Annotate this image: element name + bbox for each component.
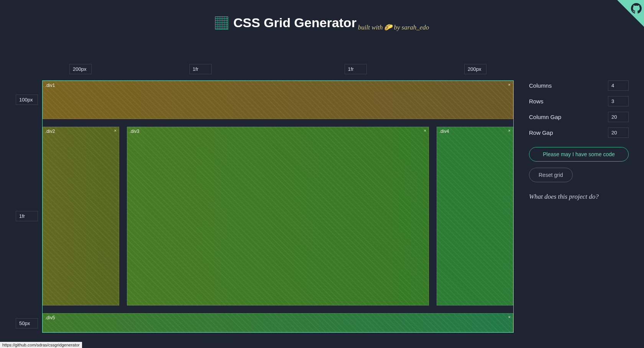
row-size-input-2[interactable] (16, 211, 38, 221)
title-text: CSS Grid Generator (233, 15, 356, 30)
byline: built with 🌮 by sarah_edo (358, 23, 429, 31)
placed-div3[interactable]: .div3 × (127, 127, 429, 306)
author-link[interactable]: sarah_edo (402, 24, 429, 31)
page-title: CSS Grid Generator (215, 15, 356, 30)
grid-surface[interactable]: .div1 × .div2 × .div3 × .div4 × .div5 × (42, 80, 514, 333)
grid-logo-icon (215, 16, 228, 29)
grid-zone: .div1 × .div2 × .div3 × .div4 × .div5 × (15, 61, 514, 333)
rows-input[interactable] (608, 96, 629, 106)
taco-icon: 🌮 (384, 23, 392, 31)
columns-input[interactable] (608, 80, 629, 91)
close-icon[interactable]: × (508, 82, 511, 87)
column-size-inputs (42, 61, 514, 77)
controls-panel: Columns Rows Column Gap Row Gap Please m… (529, 61, 629, 333)
placed-div4[interactable]: .div4 × (437, 127, 513, 306)
col-size-input-4[interactable] (464, 64, 486, 74)
row-size-input-3[interactable] (16, 318, 38, 328)
column-gap-label: Column Gap (529, 114, 561, 120)
placed-div-label: .div4 (439, 129, 449, 134)
row-gap-label: Row Gap (529, 129, 553, 136)
columns-label: Columns (529, 82, 552, 89)
placed-div-label: .div1 (45, 83, 55, 88)
close-icon[interactable]: × (424, 128, 426, 133)
column-gap-input[interactable] (608, 112, 629, 122)
placed-div5[interactable]: .div5 × (43, 313, 513, 332)
placed-div-label: .div2 (45, 129, 55, 134)
placed-div-label: .div5 (45, 315, 55, 320)
github-cat-icon (631, 3, 642, 14)
placed-div-label: .div3 (130, 129, 139, 134)
reset-grid-button[interactable]: Reset grid (529, 168, 573, 182)
placed-div1[interactable]: .div1 × (43, 81, 513, 119)
col-size-input-1[interactable] (69, 64, 92, 74)
col-size-input-2[interactable] (189, 64, 212, 74)
page-header: CSS Grid Generator built with 🌮 by sarah… (0, 0, 644, 35)
close-icon[interactable]: × (508, 315, 511, 319)
col-size-input-3[interactable] (345, 64, 367, 74)
generate-code-button[interactable]: Please may I have some code (529, 147, 629, 162)
project-info-link[interactable]: What does this project do? (529, 193, 629, 201)
close-icon[interactable]: × (114, 128, 117, 133)
github-corner-link[interactable] (617, 0, 644, 27)
row-gap-input[interactable] (608, 127, 629, 138)
browser-status-url: https://github.com/sdras/cssgridgenerato… (0, 342, 82, 348)
row-size-inputs (15, 80, 38, 333)
placed-div2[interactable]: .div2 × (43, 127, 119, 306)
rows-label: Rows (529, 98, 544, 105)
row-size-input-1[interactable] (16, 95, 38, 105)
close-icon[interactable]: × (508, 128, 511, 133)
